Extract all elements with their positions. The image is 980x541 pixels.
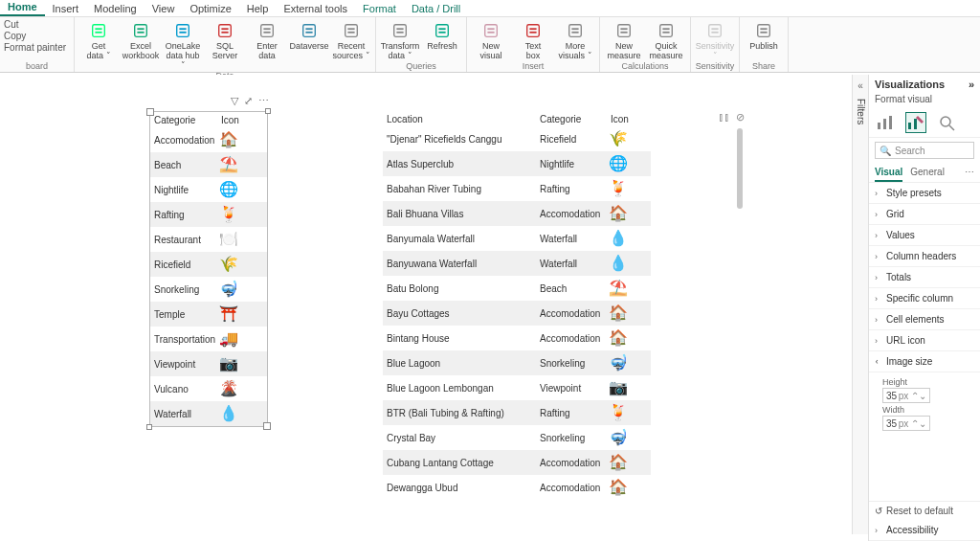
table-row[interactable]: Banyuwana WaterfallWaterfall💧: [383, 251, 651, 276]
col-header-icon[interactable]: Icon: [607, 114, 645, 124]
table-row[interactable]: Waterfall💧: [150, 401, 267, 426]
menu-tab-data-drill[interactable]: Data / Drill: [404, 1, 468, 16]
ribbon-transform-data-[interactable]: Transformdata ˅: [380, 19, 420, 61]
section-url-icon[interactable]: ›URL icon: [869, 330, 980, 351]
section-cell-elements[interactable]: ›Cell elements: [869, 309, 980, 330]
ribbon-dataverse[interactable]: Dataverse: [289, 19, 329, 71]
table-row[interactable]: Atlas SuperclubNightlife🌐: [383, 151, 651, 176]
chart-icon[interactable]: ⫿⫿: [719, 111, 730, 124]
ribbon-refresh[interactable]: Refresh: [422, 19, 462, 61]
table-row[interactable]: Snorkeling🤿: [150, 277, 267, 302]
ribbon-excel-workbook[interactable]: Excelworkbook: [121, 19, 161, 71]
clipboard-copy[interactable]: Copy: [4, 31, 66, 41]
visual-category-table[interactable]: ▽ ⤢ ⋯ Categorie Icon Accomodation🏠Beach⛱…: [149, 111, 268, 427]
ribbon-onelake-data-hub-[interactable]: OneLakedata hub ˅: [163, 19, 203, 71]
search-input[interactable]: 🔍 Search: [875, 142, 974, 159]
table-row[interactable]: Transportation🚚: [150, 327, 267, 351]
section-grid[interactable]: ›Grid: [869, 204, 980, 225]
ribbon-group-clipboard: Cut Copy Format painter board: [0, 17, 75, 72]
menu-tab-optimize[interactable]: Optimize: [182, 1, 238, 16]
pub-icon: [754, 21, 773, 40]
filter-icon[interactable]: ▽: [231, 95, 238, 107]
col-header-categorie[interactable]: Categorie: [536, 114, 607, 124]
menu-tab-help[interactable]: Help: [239, 1, 277, 16]
cell-icon: 🌋: [217, 381, 265, 396]
tab-more-icon[interactable]: ⋯: [965, 167, 974, 182]
table-row[interactable]: Rafting🍹: [150, 202, 267, 227]
table-row[interactable]: Blue LagoonSnorkeling🤿: [383, 350, 651, 375]
table-row[interactable]: Viewpoint📷: [150, 351, 267, 376]
table-row[interactable]: Nightlife🌐: [150, 177, 267, 202]
format-visual-icon[interactable]: [905, 112, 926, 133]
ribbon-recent-sources-[interactable]: Recentsources ˅: [331, 19, 371, 71]
ribbon-quick-measure[interactable]: Quickmeasure: [646, 19, 686, 61]
section-specific-column[interactable]: ›Specific column: [869, 288, 980, 309]
section-accessibility[interactable]: › Accessibility: [869, 520, 980, 541]
table-row[interactable]: Restaurant🍽️: [150, 227, 267, 252]
table-row[interactable]: BTR (Bali Tubing & Rafting)Rafting🍹: [383, 400, 651, 425]
table-row[interactable]: Banyumala WaterfallWaterfall💧: [383, 226, 651, 251]
table-row[interactable]: Vulcano🌋: [150, 376, 267, 401]
table-row[interactable]: Dewangga UbudAccomodation🏠: [383, 475, 651, 500]
cell-icon: 🏠: [217, 132, 265, 147]
col-header-icon[interactable]: Icon: [217, 115, 265, 125]
svg-rect-50: [889, 116, 892, 129]
analytics-icon[interactable]: [936, 112, 957, 133]
table-row[interactable]: Babahan River TubingRafting🍹: [383, 176, 651, 201]
ribbon-get-data-[interactable]: Getdata ˅: [78, 19, 119, 71]
table-row[interactable]: Bayu CottagesAccomodation🏠: [383, 301, 651, 326]
ribbon-publish[interactable]: Publish: [744, 19, 784, 52]
menu-tab-home[interactable]: Home: [0, 0, 45, 16]
ribbon-enter-data[interactable]: Enterdata: [247, 19, 287, 71]
ribbon-text-box[interactable]: Textbox: [513, 19, 553, 61]
scrollbar[interactable]: [737, 128, 743, 209]
menu-tab-view[interactable]: View: [145, 1, 183, 16]
table-row[interactable]: Cubang Lantang CottageAccomodation🏠: [383, 450, 651, 475]
visual-location-table[interactable]: ⫿⫿ ⊘ Location Categorie Icon "Djenar" Ri…: [383, 111, 651, 500]
clipboard-cut[interactable]: Cut: [4, 19, 66, 30]
section-values[interactable]: ›Values: [869, 225, 980, 246]
height-input[interactable]: 35px ⌃⌄: [882, 388, 930, 403]
table-row[interactable]: "Djenar" Ricefields CangguRicefield🌾: [383, 126, 651, 151]
expand-filters-icon[interactable]: «: [858, 80, 863, 91]
report-canvas[interactable]: ▽ ⤢ ⋯ Categorie Icon Accomodation🏠Beach⛱…: [0, 75, 852, 541]
col-header-location[interactable]: Location: [383, 114, 536, 124]
filters-pane-collapsed[interactable]: « Filters: [852, 75, 868, 534]
table-row[interactable]: Temple⛩️: [150, 302, 267, 327]
clipboard-painter[interactable]: Format painter: [4, 42, 66, 53]
xl-icon: [131, 21, 150, 40]
menu-tab-insert[interactable]: Insert: [45, 1, 87, 16]
section-totals[interactable]: ›Totals: [869, 267, 980, 288]
tab-general[interactable]: General: [910, 167, 945, 182]
section-style-presets[interactable]: ›Style presets: [869, 183, 980, 204]
build-visual-icon[interactable]: [875, 112, 896, 133]
tab-visual[interactable]: Visual: [875, 167, 902, 182]
section-image-size[interactable]: ⌄Image size: [869, 351, 980, 372]
col-header-categorie[interactable]: Categorie: [150, 115, 217, 125]
table-row[interactable]: Batu BolongBeach⛱️: [383, 276, 651, 301]
menu-tab-modeling[interactable]: Modeling: [86, 1, 145, 16]
width-input[interactable]: 35px ⌃⌄: [882, 416, 930, 431]
menu-tab-external-tools[interactable]: External tools: [276, 1, 355, 16]
block-icon[interactable]: ⊘: [736, 111, 745, 124]
ribbon-more-visuals-[interactable]: Morevisuals ˅: [555, 19, 595, 61]
table-row[interactable]: Bali Bhuana VillasAccomodation🏠: [383, 201, 651, 226]
ribbon-new-measure[interactable]: Newmeasure: [604, 19, 644, 61]
table-row[interactable]: Bintang HouseAccomodation🏠: [383, 326, 651, 350]
more-icon[interactable]: ⋯: [258, 95, 269, 107]
table-row[interactable]: Crystal BaySnorkeling🤿: [383, 425, 651, 450]
focus-icon[interactable]: ⤢: [244, 95, 253, 107]
svg-rect-38: [620, 32, 627, 34]
section-column-headers[interactable]: ›Column headers: [869, 246, 980, 267]
table-row[interactable]: Accomodation🏠: [150, 127, 267, 152]
table-row[interactable]: Blue Lagoon LembonganViewpoint📷: [383, 375, 651, 400]
ribbon-group-label: Calculations: [604, 61, 686, 72]
table-row[interactable]: Ricefield🌾: [150, 252, 267, 277]
collapse-icon[interactable]: »: [969, 79, 974, 90]
reset-to-default[interactable]: ↺ Reset to default: [869, 501, 980, 520]
table-row[interactable]: Beach⛱️: [150, 152, 267, 177]
ribbon-new-visual[interactable]: Newvisual: [471, 19, 511, 61]
cell-categorie: Ricefield: [536, 134, 607, 145]
menu-tab-format[interactable]: Format: [355, 1, 404, 16]
ribbon-sql-server[interactable]: SQLServer: [205, 19, 245, 71]
